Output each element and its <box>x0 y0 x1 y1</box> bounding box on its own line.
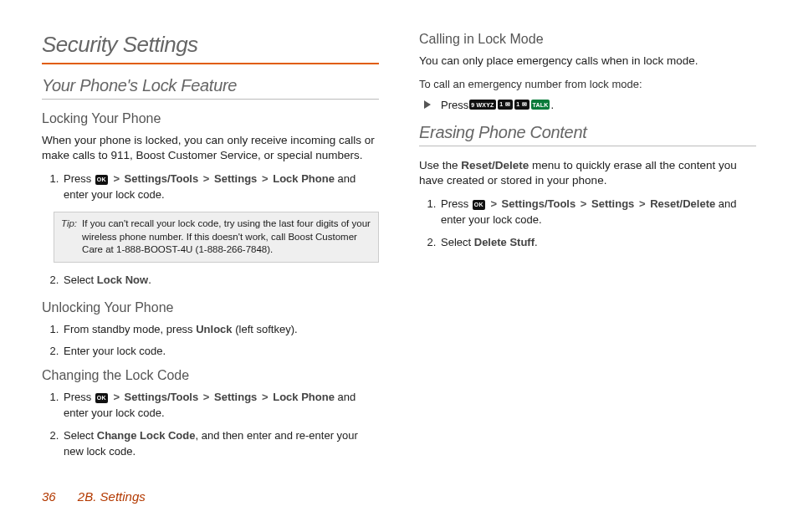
calling-lock-lead: To call an emergency number from lock mo… <box>419 77 756 92</box>
text: Press <box>64 172 95 185</box>
key-1: 1 ✉ <box>514 100 529 110</box>
text: (left softkey). <box>235 323 297 335</box>
locking-steps-cont: Select Lock Now. <box>62 273 379 289</box>
divider <box>42 99 379 100</box>
chevron-right-icon: > <box>637 197 647 210</box>
erasing-steps: Press OK > Settings/Tools > Settings > R… <box>439 197 756 251</box>
key-talk: TALK <box>531 100 550 110</box>
changing-step-2: Select Change Lock Code, and then enter … <box>62 428 379 460</box>
nav-settings-tools: Settings/Tools <box>502 197 576 210</box>
erasing-intro: Use the Reset/Delete menu to quickly era… <box>419 158 756 188</box>
nav-settings-tools: Settings/Tools <box>125 391 199 403</box>
key-1: 1 ✉ <box>498 100 513 110</box>
unlocking-steps: From standby mode, press Unlock (left so… <box>62 322 379 361</box>
text: Press <box>64 391 95 403</box>
changing-code-heading: Changing the Lock Code <box>42 368 379 383</box>
key-9: 9 WXYZ <box>469 100 495 110</box>
tip-label: Tip: <box>61 217 77 257</box>
unlocking-step-1: From standby mode, press Unlock (left so… <box>62 322 379 338</box>
ok-key-icon: OK <box>95 393 108 403</box>
ok-key-icon: OK <box>95 175 108 185</box>
accent-rule <box>42 63 379 64</box>
nav-settings-tools: Settings/Tools <box>125 172 199 185</box>
chevron-right-icon: > <box>111 391 121 403</box>
nav-lock-now: Lock Now <box>97 274 148 286</box>
erasing-step-2: Select Delete Stuff. <box>439 235 756 251</box>
unlocking-step-2: Enter your lock code. <box>62 344 379 360</box>
locking-step-1: Press OK > Settings/Tools > Settings > L… <box>62 171 379 203</box>
chevron-right-icon: > <box>489 197 499 210</box>
calling-lock-heading: Calling in Lock Mode <box>419 32 756 47</box>
text: Select <box>441 236 474 248</box>
chevron-right-icon: > <box>202 391 212 403</box>
calling-lock-desc: You can only place emergency calls when … <box>419 54 756 69</box>
tip-callout: Tip: If you can't recall your lock code,… <box>54 212 379 263</box>
nav-settings: Settings <box>591 197 634 210</box>
divider <box>419 146 756 146</box>
page-number: 36 <box>42 489 56 504</box>
locking-phone-heading: Locking Your Phone <box>42 111 379 126</box>
text: . <box>148 274 151 286</box>
manual-page: Security Settings Your Phone's Lock Feat… <box>0 0 798 532</box>
emergency-dial-row: Press 9 WXYZ 1 ✉ 1 ✉ TALK . <box>424 99 756 111</box>
chevron-right-icon: > <box>111 172 121 185</box>
two-column-layout: Security Settings Your Phone's Lock Feat… <box>42 32 756 467</box>
nav-change-lock-code: Change Lock Code <box>97 429 196 442</box>
text: Use the <box>419 159 461 171</box>
page-title: Security Settings <box>42 32 379 58</box>
nav-lock-phone: Lock Phone <box>273 172 335 185</box>
locking-step-2: Select Lock Now. <box>62 273 379 289</box>
section-label: 2B. Settings <box>78 489 146 504</box>
nav-reset-delete: Reset/Delete <box>461 159 529 171</box>
chevron-right-icon: > <box>202 172 212 185</box>
chevron-right-icon: > <box>579 197 589 210</box>
locking-steps: Press OK > Settings/Tools > Settings > L… <box>62 171 379 203</box>
triangle-bullet-icon <box>424 100 431 109</box>
erasing-step-1: Press OK > Settings/Tools > Settings > R… <box>439 197 756 228</box>
nav-delete-stuff: Delete Stuff <box>474 236 535 248</box>
changing-step-1: Press OK > Settings/Tools > Settings > L… <box>62 390 379 422</box>
text: . <box>550 99 554 111</box>
nav-reset-delete: Reset/Delete <box>650 197 715 210</box>
softkey-unlock: Unlock <box>196 323 232 335</box>
chevron-right-icon: > <box>260 172 270 185</box>
lock-feature-heading: Your Phone's Lock Feature <box>42 76 379 95</box>
ok-key-icon: OK <box>473 200 485 210</box>
text: From standby mode, press <box>64 323 196 335</box>
text: Select <box>64 274 97 286</box>
text: Select <box>64 429 97 442</box>
tip-text: If you can't recall your lock code, try … <box>82 217 371 257</box>
changing-steps: Press OK > Settings/Tools > Settings > L… <box>62 390 379 459</box>
text: Press <box>441 197 472 210</box>
unlocking-heading: Unlocking Your Phone <box>42 300 379 315</box>
nav-settings: Settings <box>214 391 257 403</box>
text: . <box>535 236 538 248</box>
locking-phone-desc: When your phone is locked, you can only … <box>42 133 379 163</box>
text: Press <box>441 99 468 111</box>
nav-lock-phone: Lock Phone <box>273 391 335 403</box>
chevron-right-icon: > <box>260 391 270 403</box>
nav-settings: Settings <box>214 172 257 185</box>
page-footer: 36 2B. Settings <box>42 489 146 504</box>
erasing-heading: Erasing Phone Content <box>419 123 756 142</box>
